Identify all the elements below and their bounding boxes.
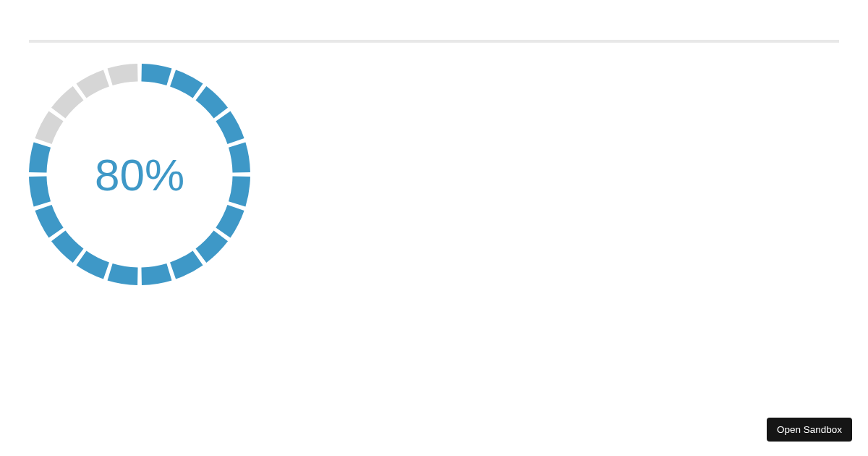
- donut-segment: [108, 64, 138, 85]
- donut-segment: [170, 69, 203, 98]
- donut-segment: [196, 231, 229, 263]
- donut-segment: [229, 143, 250, 173]
- donut-segment: [229, 176, 250, 206]
- donut-segment: [141, 263, 171, 285]
- donut-segment: [108, 263, 138, 285]
- progress-donut-chart: 80%: [29, 64, 250, 285]
- open-sandbox-button[interactable]: Open Sandbox: [767, 418, 852, 442]
- donut-segment: [51, 86, 84, 119]
- donut-segment: [170, 250, 203, 279]
- donut-segment: [76, 69, 109, 98]
- donut-segment: [35, 111, 63, 143]
- donut-segment: [196, 86, 229, 119]
- divider: [29, 40, 839, 43]
- donut-segment: [29, 143, 51, 173]
- donut-segment: [216, 111, 244, 143]
- donut-segment: [35, 205, 63, 237]
- donut-segment: [29, 176, 51, 206]
- donut-segment: [216, 205, 244, 237]
- donut-svg: [29, 64, 250, 285]
- donut-segment: [51, 231, 84, 263]
- donut-segment: [141, 64, 171, 85]
- donut-segment: [76, 250, 109, 279]
